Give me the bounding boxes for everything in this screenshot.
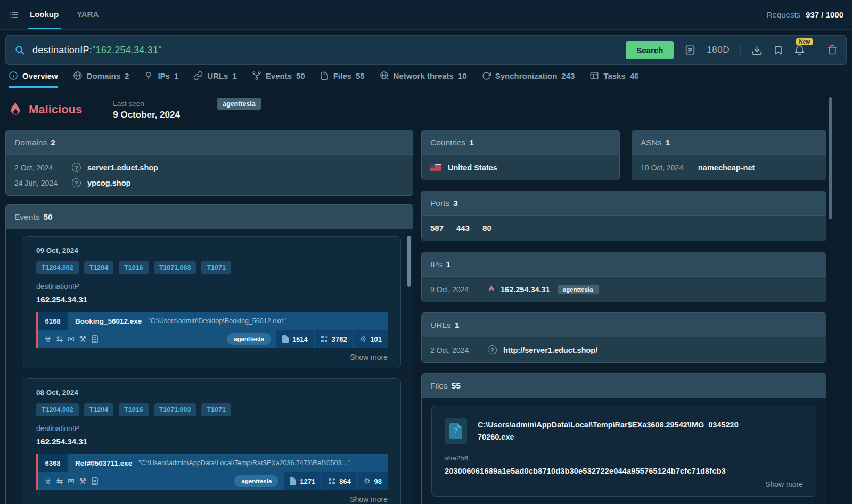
file-icon (282, 335, 289, 343)
tab-tasks[interactable]: Tasks46 (589, 65, 638, 88)
show-more-link[interactable]: Show more (36, 495, 388, 503)
ip-value[interactable]: 162.254.34.31 (501, 285, 550, 294)
ttp-tag[interactable]: T1071 (201, 403, 231, 416)
url-value[interactable]: http://server1.educt.shop/ (503, 346, 597, 354)
ttp-tag[interactable]: T1204.002 (36, 403, 79, 416)
tab-synchronization[interactable]: Synchronization243 (482, 65, 575, 88)
sync-icon (482, 71, 491, 80)
mail-icon: ✉ (68, 335, 75, 343)
ttp-tag[interactable]: T1071.003 (154, 261, 196, 274)
malicious-flame-icon (488, 285, 495, 294)
notifications-bell-icon[interactable]: New (794, 45, 805, 56)
process-tag-badge[interactable]: agenttesla (227, 333, 271, 345)
countries-panel: Countries 1 United States (421, 130, 620, 180)
domain-value[interactable]: server1.educt.shop (87, 163, 158, 172)
tab-label: Network threats (394, 71, 454, 80)
port-value[interactable]: 587 (430, 224, 444, 233)
ports-panel: Ports 3 587 443 80 (421, 191, 826, 241)
modules-counter[interactable]: 864 (322, 472, 357, 490)
question-circle-icon: ? (72, 178, 81, 187)
ips-panel-header: IPs 1 (422, 252, 826, 277)
search-icon (14, 45, 25, 55)
page-scrollbar[interactable] (829, 97, 832, 219)
clear-trash-icon[interactable] (827, 45, 838, 55)
urls-panel: URLs 1 2 Oct, 2024 ? http://server1.educ… (421, 312, 826, 363)
modules-counter[interactable]: 3762 (315, 330, 353, 348)
ip-date: 9 Oct, 2024 (430, 285, 488, 294)
malware-tag-badge[interactable]: agenttesla (217, 98, 261, 110)
panel-count: 1 (666, 138, 670, 147)
tab-label: Files (333, 71, 351, 80)
tab-events[interactable]: Events50 (252, 65, 305, 88)
events-panel: Events 50 09 Oct, 2024 T1204.002 T1204 T… (5, 204, 413, 504)
tools-icon: ⚒ (79, 335, 86, 343)
files-panel: Files 55 ? C:\Users\admin\AppData\Local\… (421, 373, 826, 504)
gears-counter[interactable]: ⚙ 101 (354, 330, 388, 348)
country-name: United States (448, 163, 497, 172)
tab-overview[interactable]: Overview (9, 65, 58, 88)
ttp-tag[interactable]: T1071 (201, 261, 231, 274)
tab-lookup[interactable]: Lookup (28, 0, 61, 29)
file-path-line1: C:\Users\admin\AppData\Local\Temp\Rar$EX… (478, 419, 743, 431)
domain-date: 2 Oct, 2024 (14, 163, 72, 172)
tab-network-threats[interactable]: Network threats10 (380, 65, 467, 88)
ttp-tag[interactable]: T1204.002 (36, 261, 79, 274)
menu-list-icon[interactable] (9, 10, 19, 20)
events-branch-icon (252, 71, 261, 80)
malicious-flame-icon (9, 102, 22, 118)
domain-value[interactable]: ypcog.shop (87, 179, 130, 187)
tab-count: 55 (356, 71, 365, 80)
domain-date: 24 Jun, 2024 (14, 179, 72, 187)
show-more-link[interactable]: Show more (36, 353, 388, 361)
panel-count: 50 (43, 212, 52, 222)
tasks-window-icon (589, 71, 599, 80)
tab-files[interactable]: Files55 (320, 65, 365, 88)
gears-counter[interactable]: ⚙ 98 (358, 472, 388, 490)
question-circle-icon: ? (72, 163, 81, 172)
ttp-tag[interactable]: T1204 (84, 403, 113, 416)
panel-title: Countries (430, 138, 465, 147)
event-field-label: destinationIP (36, 424, 388, 433)
panel-title: Domains (14, 138, 47, 147)
download-icon[interactable] (751, 45, 763, 56)
tab-urls[interactable]: URLs1 (193, 65, 237, 88)
tab-yara[interactable]: YARA (75, 0, 101, 29)
gear-icon: ⚙ (360, 335, 367, 343)
ttp-tag[interactable]: T1016 (119, 261, 148, 274)
events-scrollbar[interactable] (407, 236, 411, 287)
ttp-tag[interactable]: T1016 (119, 403, 148, 416)
ttp-tag[interactable]: T1071.003 (154, 403, 196, 416)
file-path[interactable]: C:\Users\admin\AppData\Local\Temp\Rar$EX… (478, 418, 743, 443)
hash-label: sha256 (445, 454, 803, 462)
requests-value: 937 / 1000 (806, 10, 843, 19)
events-panel-header: Events 50 (6, 205, 413, 229)
hash-value[interactable]: 203006061689a1e5ad0cb8710d3b30e532722e04… (445, 467, 803, 475)
tab-ips[interactable]: IPs1 (144, 65, 178, 88)
query-report-icon[interactable] (684, 44, 696, 56)
ip-tag-badge[interactable]: agenttesla (558, 285, 599, 294)
panel-title: Events (14, 212, 39, 222)
question-circle-icon: ? (488, 345, 497, 354)
search-button[interactable]: Search (626, 41, 674, 59)
bookmark-icon[interactable] (773, 45, 783, 55)
globe-dot-icon (380, 71, 389, 80)
files-counter[interactable]: 1271 (284, 472, 321, 490)
domain-row: 24 Jun, 2024 ? ypcog.shop (14, 175, 404, 191)
connections-swap-icon: ⇆ (56, 477, 63, 485)
search-input[interactable]: destinationIP:"162.254.34.31" (32, 45, 162, 56)
ports-panel-header: Ports 3 (422, 191, 826, 216)
divider (740, 43, 741, 57)
port-value[interactable]: 80 (482, 224, 491, 233)
show-more-link[interactable]: Show more (445, 480, 803, 489)
tab-domains[interactable]: Domains2 (73, 65, 129, 88)
process-row[interactable]: 6368 Ref#0503711.exe "C:\Users\admin\App… (36, 454, 388, 490)
files-counter[interactable]: 1514 (276, 330, 314, 348)
ttp-tag[interactable]: T1204 (84, 261, 113, 274)
ips-panel: IPs 1 9 Oct, 2024 162.254.34.31 agenttes… (421, 252, 826, 302)
period-selector[interactable]: 180D (707, 45, 730, 55)
process-tag-badge[interactable]: agenttesla (234, 475, 278, 487)
asn-name[interactable]: namecheap-net (698, 163, 755, 172)
tools-icon: ⚒ (79, 477, 86, 485)
process-row[interactable]: 6168 Booking_56012.exe "C:\Users\admin\D… (36, 312, 388, 348)
port-value[interactable]: 443 (456, 224, 470, 233)
